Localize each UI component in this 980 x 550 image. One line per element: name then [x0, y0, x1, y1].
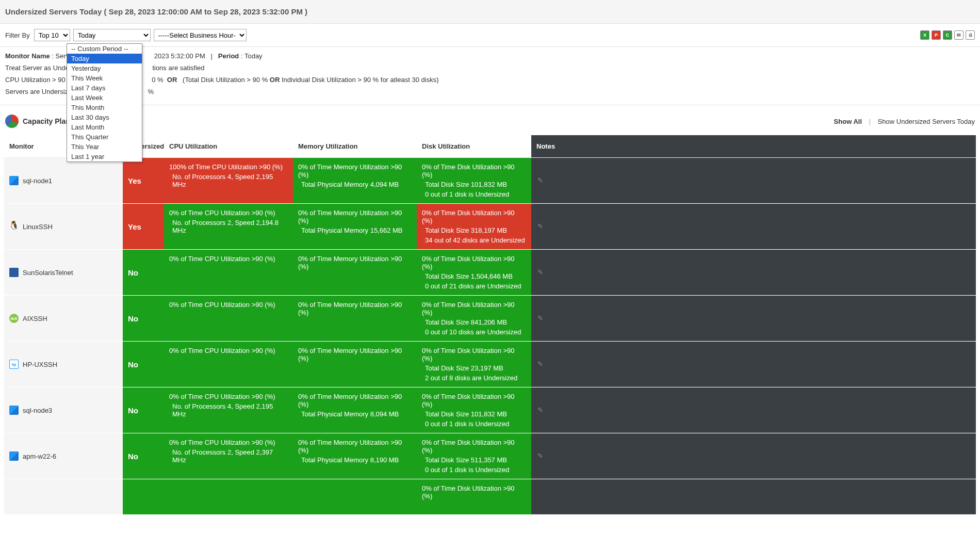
- table-header-row: Monitor Undersized CPU Utilization Memor…: [4, 135, 976, 158]
- info-row-4: Servers are Undersize %: [5, 88, 975, 95]
- monitor-cell[interactable]: sql-node3: [4, 387, 123, 433]
- period-option[interactable]: Today: [67, 54, 142, 63]
- business-hour-select[interactable]: -----Select Business Hour---: [154, 29, 247, 41]
- period-option[interactable]: Last 7 days: [67, 83, 142, 93]
- show-all-link[interactable]: Show All: [834, 118, 862, 125]
- disk-cell: 0% of Time Disk Utilization >90 (%)Total…: [417, 204, 531, 249]
- cpu-cell: [164, 479, 293, 514]
- export-icons: X P C ✉ ⎙: [920, 30, 975, 40]
- cpu-cell: 0% of Time CPU Utilization >90 (%)No. of…: [164, 433, 293, 479]
- cpu-cell: 0% of Time CPU Utilization >90 (%): [164, 296, 293, 341]
- monitor-name: sql-node3: [23, 407, 52, 414]
- edit-note-icon[interactable]: ✎: [537, 268, 546, 277]
- monitor-name: SunSolarisTelnet: [23, 269, 73, 277]
- section-links: Show All | Show Undersized Servers Today: [834, 118, 975, 125]
- table-row: 0% of Time Disk Utilization >90 (%): [4, 479, 976, 515]
- table-row: apm-w22-6No0% of Time CPU Utilization >9…: [4, 433, 976, 479]
- undersized-cell: No: [123, 250, 164, 295]
- disk-cell: 0% of Time Disk Utilization >90 (%)Total…: [417, 296, 531, 341]
- col-mem[interactable]: Memory Utilization: [293, 135, 417, 158]
- disk-cell: 0% of Time Disk Utilization >90 (%)Total…: [417, 387, 531, 433]
- monitor-name-label: Monitor Name: [5, 52, 50, 60]
- disk-cell: 0% of Time Disk Utilization >90 (%)Total…: [417, 342, 531, 387]
- monitor-cell[interactable]: AIXAIXSSH: [4, 296, 123, 341]
- mem-cell: 0% of Time Memory Utilization >90 (%): [293, 250, 417, 295]
- topn-select[interactable]: Top 10: [34, 29, 70, 41]
- section-title: Capacity Plan: [23, 117, 70, 125]
- show-undersized-link[interactable]: Show Undersized Servers Today: [878, 118, 975, 125]
- notes-cell: ✎: [531, 296, 976, 341]
- section-header: Capacity Plan Show All | Show Undersized…: [0, 105, 980, 135]
- info-time-suffix: 2023 5:32:00 PM: [154, 52, 205, 60]
- undersized-cell: No: [123, 433, 164, 479]
- servers-table: Monitor Undersized CPU Utilization Memor…: [4, 135, 976, 515]
- export-mail-icon[interactable]: ✉: [954, 30, 963, 40]
- cpu-cell: 0% of Time CPU Utilization >90 (%)No. of…: [164, 387, 293, 433]
- notes-cell: [531, 479, 976, 514]
- export-xls-icon[interactable]: X: [920, 30, 929, 40]
- notes-cell: ✎: [531, 204, 976, 249]
- undersized-cell: Yes: [123, 158, 164, 203]
- undersized-cell: No: [123, 387, 164, 433]
- info-row-2: Treat Server as Under tions are satisfie…: [5, 64, 975, 72]
- notes-cell: ✎: [531, 387, 976, 433]
- mem-cell: 0% of Time Memory Utilization >90 (%): [293, 342, 417, 387]
- monitor-cell[interactable]: [4, 479, 123, 514]
- table-row: LinuxSSHYes0% of Time CPU Utilization >9…: [4, 204, 976, 250]
- monitor-cell[interactable]: apm-w22-6: [4, 433, 123, 479]
- export-pdf-icon[interactable]: P: [932, 30, 941, 40]
- mem-cell: 0% of Time Memory Utilization >90 (%)Tot…: [293, 158, 417, 203]
- disk-cell: 0% of Time Disk Utilization >90 (%)Total…: [417, 433, 531, 479]
- monitor-cell[interactable]: sql-node1: [4, 158, 123, 203]
- undersized-cell: No: [123, 296, 164, 341]
- period-option[interactable]: Last 1 year: [67, 152, 142, 161]
- undersized-cell: No: [123, 342, 164, 387]
- period-option[interactable]: This Year: [67, 142, 142, 152]
- period-option[interactable]: Yesterday: [67, 63, 142, 73]
- export-print-icon[interactable]: ⎙: [966, 30, 975, 40]
- notes-cell: ✎: [531, 250, 976, 295]
- period-option[interactable]: This Quarter: [67, 132, 142, 142]
- filter-label: Filter By: [5, 31, 30, 39]
- edit-note-icon[interactable]: ✎: [537, 314, 546, 322]
- cpu-cell: 0% of Time CPU Utilization >90 (%): [164, 250, 293, 295]
- mem-cell: [293, 479, 417, 514]
- period-label: Period: [218, 52, 239, 60]
- monitor-name: sql-node1: [23, 177, 52, 185]
- period-select[interactable]: Today: [73, 29, 151, 41]
- edit-note-icon[interactable]: ✎: [537, 222, 546, 231]
- undersized-cell: [123, 479, 164, 514]
- monitor-cell[interactable]: LinuxSSH: [4, 204, 123, 249]
- period-dropdown[interactable]: -- Custom Period --TodayYesterdayThis We…: [67, 43, 142, 162]
- monitor-cell[interactable]: SunSolarisTelnet: [4, 250, 123, 295]
- disk-cell: 0% of Time Disk Utilization >90 (%)Total…: [417, 158, 531, 203]
- export-csv-icon[interactable]: C: [943, 30, 952, 40]
- cpu-cell: 0% of Time CPU Utilization >90 (%): [164, 342, 293, 387]
- undersized-cell: Yes: [123, 204, 164, 249]
- monitor-cell[interactable]: hpHP-UXSSH: [4, 342, 123, 387]
- monitor-name: apm-w22-6: [23, 452, 56, 460]
- win-os-icon: [9, 176, 19, 185]
- edit-note-icon[interactable]: ✎: [537, 452, 546, 460]
- mem-cell: 0% of Time Memory Utilization >90 (%)Tot…: [293, 433, 417, 479]
- monitor-name: LinuxSSH: [23, 223, 53, 231]
- edit-note-icon[interactable]: ✎: [537, 176, 546, 185]
- col-disk[interactable]: Disk Utilization: [417, 135, 531, 158]
- info-block: Monitor Name : Serve 2023 5:32:00 PM | P…: [0, 47, 980, 105]
- col-cpu[interactable]: CPU Utilization: [164, 135, 293, 158]
- lin-os-icon: [9, 222, 19, 231]
- period-option[interactable]: Last 30 days: [67, 112, 142, 122]
- period-option[interactable]: Last Month: [67, 122, 142, 132]
- edit-note-icon[interactable]: ✎: [537, 406, 546, 414]
- win-os-icon: [9, 451, 19, 461]
- edit-note-icon[interactable]: ✎: [537, 360, 546, 368]
- period-option[interactable]: -- Custom Period --: [67, 44, 142, 54]
- period-option[interactable]: This Week: [67, 73, 142, 83]
- period-option[interactable]: This Month: [67, 103, 142, 112]
- period-option[interactable]: Last Week: [67, 93, 142, 103]
- info-row-3: CPU Utilization > 90 % 0 % OR (Total Dis…: [5, 76, 975, 84]
- mem-cell: 0% of Time Memory Utilization >90 (%)Tot…: [293, 204, 417, 249]
- period-value: : Today: [241, 52, 263, 60]
- filter-bar: Filter By Top 10 Today -----Select Busin…: [0, 24, 980, 47]
- disk-cell: 0% of Time Disk Utilization >90 (%)Total…: [417, 250, 531, 295]
